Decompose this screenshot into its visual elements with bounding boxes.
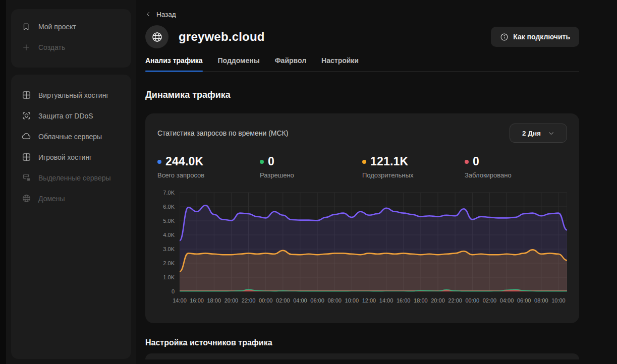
cloud-icon	[21, 132, 31, 142]
globe-icon	[21, 194, 31, 204]
y-tick-label: 5.0K	[163, 218, 175, 224]
x-tick-label: 20:00	[431, 297, 445, 304]
stat-value: 244.0K	[165, 155, 203, 168]
x-tick-label: 14:00	[173, 297, 187, 304]
stat-value: 121.1K	[370, 155, 408, 168]
x-tick-label: 08:00	[534, 297, 548, 304]
traffic-sources-card	[145, 353, 579, 359]
x-tick-label: 14:00	[379, 297, 394, 304]
plus-icon	[21, 42, 31, 52]
x-tick-label: 00:00	[466, 297, 480, 304]
section-title-traffic-dynamics: Динамика трафика	[145, 90, 579, 100]
database-gear-icon	[21, 173, 31, 183]
sidebar-item-cloud-servers[interactable]: Облачные серверы	[11, 126, 131, 147]
page-title: greyweb.cloud	[179, 30, 265, 44]
sidebar: Мой проект Создать Виртуальный хостинг	[0, 0, 136, 364]
x-tick-label: 10:00	[345, 297, 359, 304]
tab-bar: Анализ трафика Поддомены Файрвол Настрой…	[145, 56, 579, 72]
sidebar-item-my-project[interactable]: Мой проект	[11, 16, 131, 37]
stat-label: Заблокировано	[465, 171, 567, 179]
sidebar-item-label: Выделенные серверы	[38, 174, 111, 182]
sidebar-item-create[interactable]: Создать	[11, 37, 131, 57]
y-tick-label: 0	[172, 288, 175, 294]
tab-traffic-analysis[interactable]: Анализ трафика	[145, 56, 203, 71]
x-tick-label: 02:00	[483, 297, 497, 304]
x-tick-label: 04:00	[500, 297, 514, 304]
sidebar-item-label: Виртуальный хостинг	[38, 91, 109, 99]
x-tick-label: 22:00	[448, 297, 462, 304]
y-tick-label: 2.0K	[163, 260, 175, 266]
x-tick-label: 20:00	[225, 297, 239, 304]
period-select[interactable]: 2 Дня	[510, 124, 567, 143]
info-icon	[500, 33, 509, 41]
chevron-down-icon	[548, 130, 554, 137]
back-label: Назад	[156, 11, 176, 18]
stat-total-requests: 244.0K Всего запросов	[157, 155, 260, 179]
card-title: Статистика запросов по времени (МСК)	[157, 129, 288, 137]
sidebar-item-domains[interactable]: Домены	[11, 188, 131, 209]
sidebar-item-label: Создать	[38, 43, 65, 51]
stat-dot-allowed	[260, 160, 264, 164]
x-tick-label: 08:00	[327, 297, 342, 304]
y-tick-label: 6.0K	[163, 204, 175, 210]
x-tick-label: 18:00	[414, 297, 428, 304]
y-tick-label: 3.0K	[163, 246, 175, 252]
y-tick-label: 7.0K	[163, 190, 175, 196]
chart-x-axis: 14:0016:0018:0020:0022:0000:0002:0004:00…	[180, 294, 567, 307]
period-select-value: 2 Дня	[522, 130, 541, 137]
chart-y-axis: 01.0K2.0K3.0K4.0K5.0K6.0K7.0K	[157, 190, 180, 294]
sidebar-item-label: Защита от DDoS	[38, 112, 93, 120]
stat-label: Подозрительных	[362, 171, 465, 179]
x-tick-label: 06:00	[310, 297, 324, 304]
app-root: Мой проект Создать Виртуальный хостинг	[0, 0, 617, 364]
tab-firewall[interactable]: Файрвол	[275, 56, 306, 71]
sidebar-item-virtual-hosting[interactable]: Виртуальный хостинг	[11, 85, 131, 105]
globe-icon	[151, 31, 163, 43]
chevron-left-icon	[145, 11, 151, 17]
avatar	[145, 25, 169, 48]
stat-dot-blocked	[465, 160, 469, 164]
x-tick-label: 12:00	[362, 297, 376, 304]
y-tick-label: 1.0K	[163, 274, 175, 280]
sidebar-item-dedicated-servers[interactable]: Выделенные серверы	[11, 167, 131, 188]
traffic-chart: 01.0K2.0K3.0K4.0K5.0K6.0K7.0K	[157, 190, 567, 294]
stat-blocked: 0 Заблокировано	[465, 155, 567, 179]
x-tick-label: 18:00	[207, 297, 221, 304]
stat-dot-total	[157, 160, 161, 164]
x-tick-label: 06:00	[517, 297, 531, 304]
x-tick-label: 02:00	[276, 297, 290, 304]
grid-icon	[21, 90, 31, 100]
x-tick-label: 22:00	[242, 297, 256, 304]
stat-value: 0	[268, 155, 274, 168]
how-to-connect-label: Как подключить	[513, 33, 570, 41]
x-tick-label: 10:00	[551, 297, 566, 304]
domain-header: greyweb.cloud Как подключить	[145, 25, 579, 48]
stat-dot-suspicious	[362, 160, 366, 164]
main-content: Назад greyweb.cloud Как подключить Анали…	[136, 0, 617, 364]
grid-icon	[21, 152, 31, 162]
chart-plot-area[interactable]	[180, 190, 567, 294]
x-tick-label: 16:00	[190, 297, 204, 304]
x-tick-label: 00:00	[259, 297, 273, 304]
section-title-traffic-sources: Настройка источников трафика	[145, 338, 579, 347]
traffic-chart-svg	[180, 190, 567, 294]
tab-subdomains[interactable]: Поддомены	[218, 56, 260, 71]
stat-label: Всего запросов	[157, 171, 260, 179]
sidebar-item-label: Домены	[38, 195, 65, 203]
stats-row: 244.0K Всего запросов 0 Разрешено 121.1K…	[157, 155, 567, 179]
how-to-connect-button[interactable]: Как подключить	[491, 27, 579, 47]
sidebar-item-game-hosting[interactable]: Игровой хостинг	[11, 147, 131, 167]
traffic-stats-card: Статистика запросов по времени (МСК) 2 Д…	[145, 113, 579, 323]
stat-value: 0	[473, 155, 479, 168]
sidebar-item-ddos-protection[interactable]: Защита от DDoS	[11, 105, 131, 126]
x-tick-label: 16:00	[397, 297, 411, 304]
card-head: Статистика запросов по времени (МСК) 2 Д…	[157, 124, 567, 143]
project-card: Мой проект Создать	[11, 9, 131, 68]
tab-settings[interactable]: Настройки	[321, 56, 359, 71]
stat-suspicious: 121.1K Подозрительных	[362, 155, 465, 179]
y-tick-label: 4.0K	[163, 232, 175, 238]
sidebar-item-label: Облачные серверы	[38, 133, 102, 141]
sidebar-item-label: Игровой хостинг	[38, 153, 92, 161]
back-button[interactable]: Назад	[145, 10, 176, 18]
services-menu-card: Виртуальный хостинг Защита от DDoS Облач…	[11, 75, 131, 359]
